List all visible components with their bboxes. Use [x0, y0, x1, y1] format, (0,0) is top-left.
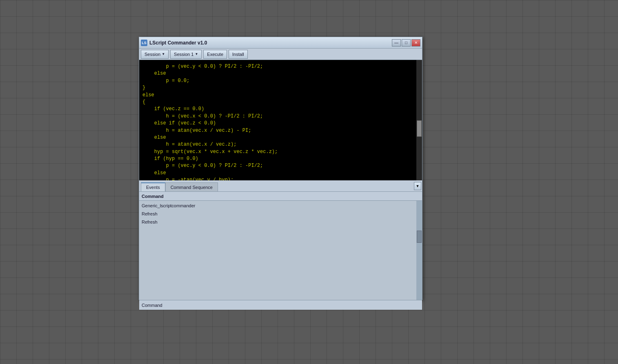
events-scrollbar[interactable]: [416, 201, 422, 300]
code-scrollbar[interactable]: [416, 60, 422, 180]
session1-label: Session 1: [174, 52, 193, 57]
session1-dropdown-arrow: ▼: [195, 52, 198, 56]
tabs-bar: Events Command Sequence ▼: [139, 180, 422, 192]
session1-dropdown[interactable]: Session 1 ▼: [170, 50, 202, 59]
close-button[interactable]: ✕: [411, 39, 420, 47]
session-dropdown[interactable]: Session ▼: [141, 50, 169, 59]
code-editor[interactable]: p = (vec.y < 0.0) ? PI/2 : -PI/2; else p…: [139, 60, 422, 180]
list-item[interactable]: Refresh: [139, 218, 422, 226]
title-controls: — □ ✕: [392, 39, 420, 47]
tab-command-sequence[interactable]: Command Sequence: [165, 182, 218, 191]
command-bar: Command: [139, 300, 422, 310]
tab-events-label: Events: [146, 185, 160, 190]
install-button[interactable]: Install: [229, 50, 248, 59]
session-dropdown-arrow: ▼: [162, 52, 165, 56]
event-item-2: Refresh: [142, 220, 158, 224]
app-icon: LS: [141, 40, 147, 46]
event-item-0: Generic_lscriptcommander: [142, 203, 195, 208]
title-bar: LS LScript Commander v1.0 — □ ✕: [139, 37, 422, 49]
events-list: Generic_lscriptcommander Refresh Refresh: [139, 201, 422, 227]
execute-button[interactable]: Execute: [203, 50, 227, 59]
event-item-1: Refresh: [142, 211, 158, 216]
events-header: Command: [139, 192, 422, 201]
command-bar-label: Command: [142, 303, 162, 308]
tabs-scroll-button[interactable]: ▼: [414, 182, 421, 190]
window-title: LScript Commander v1.0: [149, 40, 207, 46]
code-content: p = (vec.y < 0.0) ? PI/2 : -PI/2; else p…: [142, 63, 419, 180]
toolbar: Session ▼ Session 1 ▼ Execute Install: [139, 49, 422, 60]
tab-events[interactable]: Events: [141, 182, 165, 191]
maximize-button[interactable]: □: [402, 39, 411, 47]
code-scrollbar-thumb[interactable]: [417, 120, 422, 137]
minimize-button[interactable]: —: [392, 39, 401, 47]
list-item[interactable]: Generic_lscriptcommander: [139, 202, 422, 210]
session-label: Session: [144, 52, 160, 57]
events-panel: Command Generic_lscriptcommander Refresh…: [139, 192, 422, 300]
tab-command-sequence-label: Command Sequence: [171, 185, 213, 190]
main-window: LS LScript Commander v1.0 — □ ✕ Session …: [139, 37, 422, 300]
list-item[interactable]: Refresh: [139, 210, 422, 218]
events-scrollbar-thumb[interactable]: [417, 231, 422, 243]
title-bar-left: LS LScript Commander v1.0: [141, 40, 207, 46]
events-header-text: Command: [142, 194, 164, 199]
